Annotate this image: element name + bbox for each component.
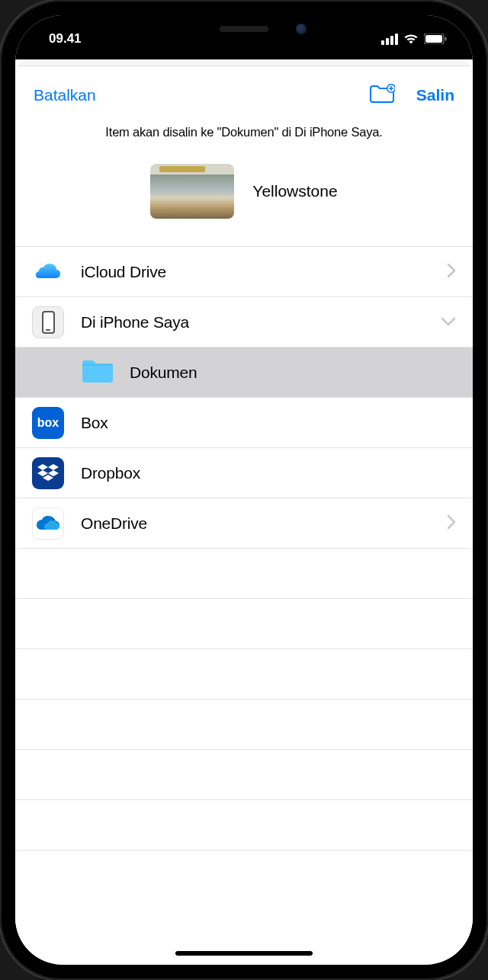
location-list: iCloud Drive Di iPhone Saya <box>15 246 473 959</box>
location-row-icloud[interactable]: iCloud Drive <box>15 246 473 296</box>
location-label: Dropbox <box>81 464 456 482</box>
dropbox-app-icon <box>32 457 64 489</box>
home-indicator[interactable] <box>175 951 313 956</box>
copy-button[interactable]: Salin <box>416 86 454 104</box>
svg-rect-1 <box>425 35 442 43</box>
cancel-button[interactable]: Batalkan <box>34 86 96 104</box>
copy-destination-sheet: Batalkan Salin Item akan d <box>15 67 473 959</box>
location-row-dokumen[interactable]: Dokumen <box>15 347 473 397</box>
location-label: iCloud Drive <box>81 263 447 281</box>
location-label: Box <box>81 414 456 432</box>
chevron-right-icon <box>447 514 456 533</box>
front-camera <box>296 24 307 34</box>
location-row-on-iphone[interactable]: Di iPhone Saya <box>15 296 473 347</box>
iphone-frame: 09.41 Batalkan <box>0 0 488 980</box>
item-name: Yellowstone <box>252 182 337 200</box>
sheet-description: Item akan disalin ke "Dokumen" di Di iPh… <box>15 113 473 146</box>
empty-list-area <box>15 548 473 900</box>
onedrive-app-icon <box>32 508 64 540</box>
item-thumbnail <box>150 164 234 219</box>
location-label: Di iPhone Saya <box>81 313 441 331</box>
item-preview: Yellowstone <box>15 146 473 246</box>
on-iphone-icon <box>32 306 64 338</box>
battery-icon <box>424 34 447 44</box>
chevron-down-icon <box>441 315 456 329</box>
sheet-toolbar: Batalkan Salin <box>15 67 473 113</box>
status-time: 09.41 <box>49 31 82 46</box>
icloud-icon <box>32 256 64 288</box>
location-label: OneDrive <box>81 514 447 533</box>
folder-icon <box>81 357 114 388</box>
location-label: Dokumen <box>130 363 456 382</box>
svg-rect-2 <box>445 37 447 41</box>
box-app-icon: box <box>32 407 64 439</box>
speaker-grille <box>220 26 268 32</box>
location-row-dropbox[interactable]: Dropbox <box>15 447 473 498</box>
new-folder-icon[interactable] <box>369 84 395 107</box>
location-row-onedrive[interactable]: OneDrive <box>15 498 473 548</box>
screen: 09.41 Batalkan <box>15 15 473 965</box>
notch <box>137 15 351 43</box>
cellular-signal-icon <box>381 34 398 45</box>
chevron-right-icon <box>447 263 456 281</box>
location-row-box[interactable]: box Box <box>15 397 473 447</box>
wifi-icon <box>403 34 419 44</box>
